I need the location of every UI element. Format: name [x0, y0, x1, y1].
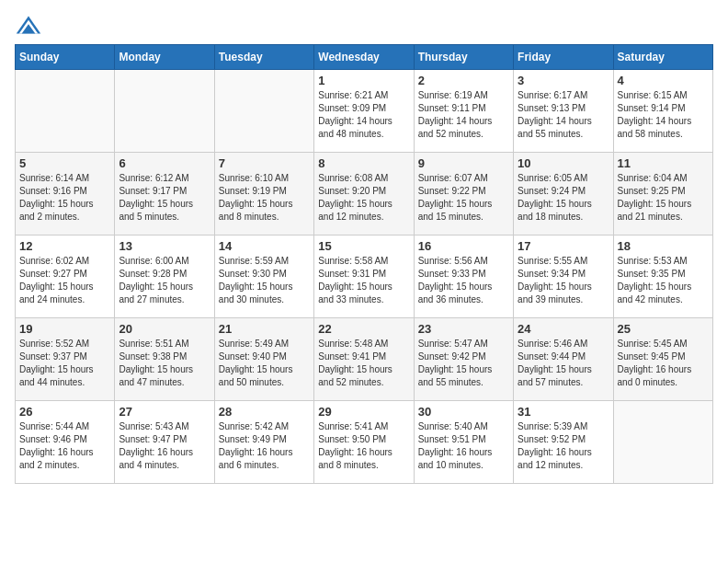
cell-info: Sunrise: 5:44 AM Sunset: 9:46 PM Dayligh… [19, 420, 110, 472]
calendar-cell: 1Sunrise: 6:21 AM Sunset: 9:09 PM Daylig… [314, 70, 414, 153]
column-header-sunday: Sunday [16, 45, 115, 70]
day-number: 1 [318, 74, 409, 87]
calendar-cell: 2Sunrise: 6:19 AM Sunset: 9:11 PM Daylig… [414, 70, 513, 153]
logo-icon [15, 15, 42, 35]
day-number: 13 [119, 239, 210, 253]
day-number: 23 [418, 322, 509, 336]
day-number: 5 [19, 156, 110, 170]
cell-info: Sunrise: 6:08 AM Sunset: 9:20 PM Dayligh… [318, 172, 409, 224]
calendar-cell: 4Sunrise: 6:15 AM Sunset: 9:14 PM Daylig… [613, 70, 712, 153]
calendar-week-row: 26Sunrise: 5:44 AM Sunset: 9:46 PM Dayli… [16, 401, 713, 484]
calendar-cell: 14Sunrise: 5:59 AM Sunset: 9:30 PM Dayli… [214, 236, 313, 318]
cell-info: Sunrise: 6:21 AM Sunset: 9:09 PM Dayligh… [318, 89, 409, 141]
column-header-monday: Monday [115, 45, 214, 70]
calendar-cell: 12Sunrise: 6:02 AM Sunset: 9:27 PM Dayli… [16, 236, 115, 318]
cell-info: Sunrise: 6:10 AM Sunset: 9:19 PM Dayligh… [219, 172, 310, 224]
cell-info: Sunrise: 5:49 AM Sunset: 9:40 PM Dayligh… [219, 338, 310, 389]
day-number: 11 [618, 156, 709, 170]
calendar-cell: 13Sunrise: 6:00 AM Sunset: 9:28 PM Dayli… [115, 236, 214, 318]
calendar-cell: 7Sunrise: 6:10 AM Sunset: 9:19 PM Daylig… [214, 153, 313, 236]
cell-info: Sunrise: 6:00 AM Sunset: 9:28 PM Dayligh… [119, 255, 210, 306]
calendar-cell: 6Sunrise: 6:12 AM Sunset: 9:17 PM Daylig… [115, 153, 214, 236]
cell-info: Sunrise: 5:47 AM Sunset: 9:42 PM Dayligh… [418, 338, 509, 389]
day-number: 7 [219, 156, 310, 170]
cell-info: Sunrise: 5:59 AM Sunset: 9:30 PM Dayligh… [219, 255, 310, 306]
calendar-cell [16, 70, 115, 153]
calendar-cell [214, 70, 313, 153]
day-number: 17 [518, 239, 609, 253]
day-number: 6 [119, 156, 210, 170]
calendar-week-row: 5Sunrise: 6:14 AM Sunset: 9:16 PM Daylig… [16, 153, 713, 236]
day-number: 31 [518, 405, 609, 419]
day-number: 21 [219, 322, 310, 336]
cell-info: Sunrise: 6:07 AM Sunset: 9:22 PM Dayligh… [418, 172, 509, 224]
calendar-cell: 19Sunrise: 5:52 AM Sunset: 9:37 PM Dayli… [16, 318, 115, 401]
calendar-cell: 29Sunrise: 5:41 AM Sunset: 9:50 PM Dayli… [314, 401, 414, 484]
calendar-cell: 18Sunrise: 5:53 AM Sunset: 9:35 PM Dayli… [613, 236, 712, 318]
cell-info: Sunrise: 5:41 AM Sunset: 9:50 PM Dayligh… [318, 420, 409, 472]
calendar-cell: 3Sunrise: 6:17 AM Sunset: 9:13 PM Daylig… [514, 70, 613, 153]
cell-info: Sunrise: 5:48 AM Sunset: 9:41 PM Dayligh… [318, 338, 409, 389]
cell-info: Sunrise: 6:04 AM Sunset: 9:25 PM Dayligh… [618, 172, 709, 224]
calendar-table: SundayMondayTuesdayWednesdayThursdayFrid… [15, 44, 713, 484]
cell-info: Sunrise: 5:46 AM Sunset: 9:44 PM Dayligh… [518, 338, 609, 389]
cell-info: Sunrise: 5:43 AM Sunset: 9:47 PM Dayligh… [119, 420, 210, 472]
calendar-cell: 22Sunrise: 5:48 AM Sunset: 9:41 PM Dayli… [314, 318, 414, 401]
day-number: 12 [19, 239, 110, 253]
calendar-body: 1Sunrise: 6:21 AM Sunset: 9:09 PM Daylig… [16, 70, 713, 484]
calendar-cell: 26Sunrise: 5:44 AM Sunset: 9:46 PM Dayli… [16, 401, 115, 484]
calendar-header: SundayMondayTuesdayWednesdayThursdayFrid… [16, 45, 713, 70]
cell-info: Sunrise: 6:05 AM Sunset: 9:24 PM Dayligh… [518, 172, 609, 224]
cell-info: Sunrise: 5:39 AM Sunset: 9:52 PM Dayligh… [518, 420, 609, 472]
calendar-cell: 27Sunrise: 5:43 AM Sunset: 9:47 PM Dayli… [115, 401, 214, 484]
column-header-tuesday: Tuesday [214, 45, 313, 70]
cell-info: Sunrise: 5:55 AM Sunset: 9:34 PM Dayligh… [518, 255, 609, 306]
day-number: 4 [618, 74, 709, 87]
calendar-cell: 23Sunrise: 5:47 AM Sunset: 9:42 PM Dayli… [414, 318, 513, 401]
cell-info: Sunrise: 5:40 AM Sunset: 9:51 PM Dayligh… [418, 420, 509, 472]
calendar-cell: 5Sunrise: 6:14 AM Sunset: 9:16 PM Daylig… [16, 153, 115, 236]
calendar-week-row: 19Sunrise: 5:52 AM Sunset: 9:37 PM Dayli… [16, 318, 713, 401]
calendar-cell [115, 70, 214, 153]
cell-info: Sunrise: 6:17 AM Sunset: 9:13 PM Dayligh… [518, 89, 609, 141]
cell-info: Sunrise: 5:42 AM Sunset: 9:49 PM Dayligh… [219, 420, 310, 472]
cell-info: Sunrise: 6:19 AM Sunset: 9:11 PM Dayligh… [418, 89, 509, 141]
day-number: 16 [418, 239, 509, 253]
day-number: 22 [318, 322, 409, 336]
calendar-week-row: 1Sunrise: 6:21 AM Sunset: 9:09 PM Daylig… [16, 70, 713, 153]
column-header-wednesday: Wednesday [314, 45, 414, 70]
column-header-thursday: Thursday [414, 45, 513, 70]
calendar-cell: 21Sunrise: 5:49 AM Sunset: 9:40 PM Dayli… [214, 318, 313, 401]
day-number: 26 [19, 405, 110, 419]
calendar-cell: 30Sunrise: 5:40 AM Sunset: 9:51 PM Dayli… [414, 401, 513, 484]
day-number: 2 [418, 74, 509, 87]
calendar-cell: 20Sunrise: 5:51 AM Sunset: 9:38 PM Dayli… [115, 318, 214, 401]
calendar-cell: 28Sunrise: 5:42 AM Sunset: 9:49 PM Dayli… [214, 401, 313, 484]
calendar-cell: 15Sunrise: 5:58 AM Sunset: 9:31 PM Dayli… [314, 236, 414, 318]
logo [15, 15, 46, 35]
day-number: 24 [518, 322, 609, 336]
cell-info: Sunrise: 5:51 AM Sunset: 9:38 PM Dayligh… [119, 338, 210, 389]
day-number: 25 [618, 322, 709, 336]
day-number: 30 [418, 405, 509, 419]
calendar-cell: 31Sunrise: 5:39 AM Sunset: 9:52 PM Dayli… [514, 401, 613, 484]
calendar-week-row: 12Sunrise: 6:02 AM Sunset: 9:27 PM Dayli… [16, 236, 713, 318]
calendar-cell: 25Sunrise: 5:45 AM Sunset: 9:45 PM Dayli… [613, 318, 712, 401]
day-number: 10 [518, 156, 609, 170]
column-header-friday: Friday [514, 45, 613, 70]
calendar-cell: 8Sunrise: 6:08 AM Sunset: 9:20 PM Daylig… [314, 153, 414, 236]
day-number: 3 [518, 74, 609, 87]
calendar-cell: 10Sunrise: 6:05 AM Sunset: 9:24 PM Dayli… [514, 153, 613, 236]
cell-info: Sunrise: 5:45 AM Sunset: 9:45 PM Dayligh… [618, 338, 709, 389]
column-header-saturday: Saturday [613, 45, 712, 70]
day-number: 20 [119, 322, 210, 336]
cell-info: Sunrise: 5:58 AM Sunset: 9:31 PM Dayligh… [318, 255, 409, 306]
day-number: 15 [318, 239, 409, 253]
day-number: 19 [19, 322, 110, 336]
cell-info: Sunrise: 6:15 AM Sunset: 9:14 PM Dayligh… [618, 89, 709, 141]
day-number: 8 [318, 156, 409, 170]
day-number: 9 [418, 156, 509, 170]
cell-info: Sunrise: 6:14 AM Sunset: 9:16 PM Dayligh… [19, 172, 110, 224]
calendar-cell: 17Sunrise: 5:55 AM Sunset: 9:34 PM Dayli… [514, 236, 613, 318]
day-number: 18 [618, 239, 709, 253]
